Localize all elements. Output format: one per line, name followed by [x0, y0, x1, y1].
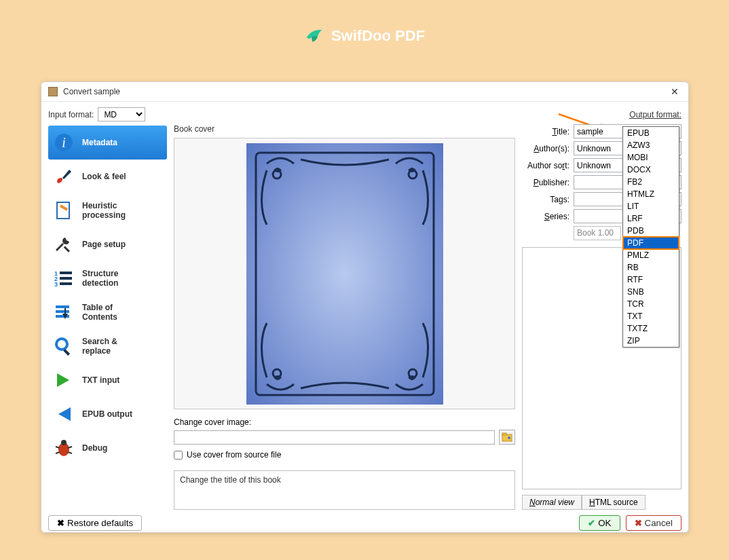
output-option-pdb[interactable]: PDB [623, 225, 679, 237]
change-cover-input[interactable] [174, 430, 495, 445]
sidebar-item-heuristic[interactable]: Heuristicprocessing [48, 193, 167, 227]
use-source-cover-label: Use cover from source file [187, 450, 281, 460]
output-option-mobi[interactable]: MOBI [623, 151, 679, 164]
sidebar-item-epuboutput[interactable]: EPUB output [48, 397, 167, 431]
book-cover-preview [174, 138, 515, 409]
svg-line-23 [68, 452, 72, 453]
toc-icon [52, 301, 75, 324]
input-format-select[interactable]: MD [98, 107, 145, 122]
close-button[interactable]: ✕ [668, 86, 681, 97]
restore-defaults-button[interactable]: ✖ Restore defaults [48, 515, 142, 531]
output-option-rb[interactable]: RB [623, 261, 679, 274]
authorsort-label: Author sort: [522, 161, 569, 170]
sidebar-item-pagesetup[interactable]: Page setup [48, 227, 167, 261]
sidebar-item-label: Metadata [82, 138, 117, 147]
book-cover-label: Book cover [174, 124, 515, 134]
format-bar: Input format: MD Output format: [41, 102, 688, 124]
x-icon: ✖ [635, 518, 642, 528]
svg-text:3: 3 [54, 281, 58, 288]
svg-text:i: i [62, 135, 66, 150]
dialog-footer: ✖ Restore defaults ✔ OK ✖ Cancel [41, 510, 688, 538]
title-label: Title: [522, 127, 569, 136]
output-format-dropdown[interactable]: EPUBAZW3MOBIDOCXFB2HTMLZLITLRFPDBPDFPMLZ… [622, 126, 679, 348]
output-option-zip[interactable]: ZIP [623, 335, 679, 347]
book-number[interactable]: Book 1.00 [574, 226, 621, 240]
tags-label: Tags: [522, 195, 569, 204]
sidebar-item-metadata[interactable]: i Metadata [48, 126, 167, 160]
svg-rect-15 [64, 308, 66, 315]
center-panel: Book cover [174, 124, 515, 510]
publisher-label: Publisher: [522, 178, 569, 187]
svg-point-32 [508, 436, 510, 439]
svg-rect-7 [60, 272, 72, 274]
output-option-docx[interactable]: DOCX [623, 164, 679, 176]
brand-logo: SwifDoo PDF [304, 26, 425, 46]
output-option-pdf[interactable]: PDF [623, 237, 679, 249]
output-option-txt[interactable]: TXT [623, 310, 679, 322]
svg-rect-24 [246, 143, 443, 405]
input-format-label: Input format: [48, 110, 94, 119]
folder-icon [502, 432, 512, 442]
brush-icon [52, 165, 75, 188]
output-option-lit[interactable]: LIT [623, 200, 679, 212]
convert-dialog: Convert sample ✕ Input format: MD Output… [41, 81, 689, 533]
sidebar-item-lookfeel[interactable]: Look & feel [48, 160, 167, 193]
cover-image [246, 143, 443, 405]
hint-box: Change the title of this book [174, 470, 515, 510]
info-icon: i [52, 131, 75, 154]
output-option-epub[interactable]: EPUB [623, 127, 679, 139]
output-option-fb2[interactable]: FB2 [623, 176, 679, 188]
sidebar-item-debug[interactable]: Debug [48, 431, 167, 465]
svg-rect-11 [60, 282, 72, 285]
output-format-label: Output format: [629, 110, 681, 119]
tab-normal-view[interactable]: Normal view [522, 495, 582, 510]
output-option-htmlz[interactable]: HTMLZ [623, 188, 679, 200]
app-icon [48, 87, 58, 96]
svg-line-22 [56, 452, 60, 453]
sidebar-item-label: Structuredetection [82, 269, 118, 288]
sidebar-item-label: TXT input [82, 375, 119, 385]
browse-cover-button[interactable] [499, 430, 515, 445]
svg-rect-12 [56, 305, 69, 308]
ok-button[interactable]: ✔ OK [579, 515, 620, 531]
output-option-rtf[interactable]: RTF [623, 274, 679, 286]
output-option-azw3[interactable]: AZW3 [623, 139, 679, 151]
change-cover-label: Change cover image: [174, 417, 515, 427]
svg-rect-3 [57, 202, 69, 219]
output-option-lrf[interactable]: LRF [623, 212, 679, 225]
list-icon: 123 [52, 267, 75, 290]
sidebar-item-toc[interactable]: Table ofContents [48, 295, 167, 329]
brand-name: SwifDoo PDF [331, 27, 425, 45]
ruler-icon [52, 199, 75, 222]
sidebar-item-label: Look & feel [82, 172, 126, 181]
use-source-cover-row[interactable]: Use cover from source file [174, 450, 515, 460]
authors-label: Author(s): [522, 144, 569, 153]
tools-icon [52, 233, 75, 256]
output-option-tcr[interactable]: TCR [623, 298, 679, 310]
series-label: Series: [522, 212, 569, 221]
output-option-txtz[interactable]: TXTZ [623, 322, 679, 335]
sidebar-item-structure[interactable]: 123 Structuredetection [48, 261, 167, 295]
arrow-right-green-icon [52, 369, 75, 392]
sidebar-item-label: Search &replace [82, 337, 117, 356]
sidebar-item-label: Table ofContents [82, 303, 117, 322]
swifdoo-bird-icon [304, 26, 324, 46]
tab-html-source[interactable]: HTML source [582, 495, 646, 510]
svg-rect-9 [60, 277, 72, 280]
titlebar: Convert sample ✕ [41, 82, 688, 102]
search-icon [52, 335, 75, 358]
cancel-button[interactable]: ✖ Cancel [626, 515, 682, 531]
svg-rect-13 [56, 310, 69, 313]
output-option-snb[interactable]: SNB [623, 286, 679, 298]
sidebar-item-txtinput[interactable]: TXT input [48, 363, 167, 397]
restore-icon: ✖ [57, 518, 64, 528]
output-option-pmlz[interactable]: PMLZ [623, 249, 679, 261]
sidebar-item-label: Heuristicprocessing [82, 201, 126, 221]
svg-point-16 [56, 339, 67, 350]
sidebar-item-searchreplace[interactable]: Search &replace [48, 329, 167, 363]
sidebar-item-label: Page setup [82, 240, 126, 249]
bug-icon [52, 436, 75, 460]
svg-rect-5 [64, 246, 70, 252]
svg-rect-31 [502, 433, 506, 435]
use-source-cover-checkbox[interactable] [174, 451, 183, 460]
